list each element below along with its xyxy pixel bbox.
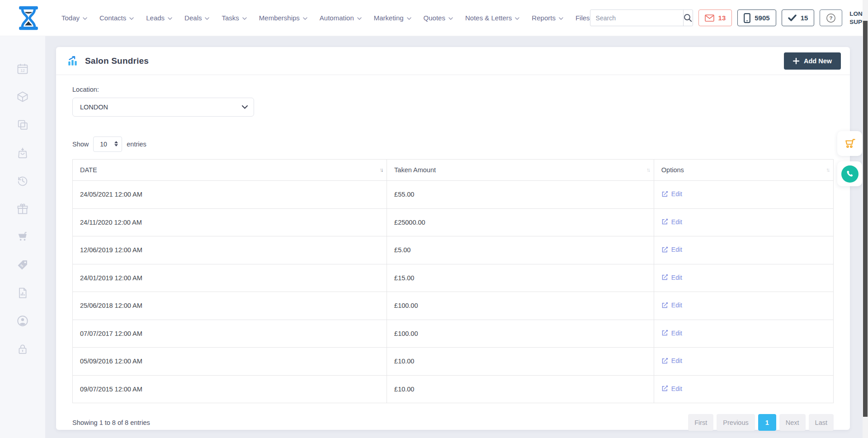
table-row: 07/07/2017 12:00 AM £100.00 Edit — [73, 320, 834, 348]
copy-icon[interactable] — [16, 118, 29, 131]
amount-cell: £100.00 — [387, 292, 654, 320]
calendar-icon[interactable]: 12 — [16, 62, 29, 75]
chevron-down-icon — [83, 17, 87, 20]
location-select[interactable]: LONDON — [72, 98, 254, 117]
nav-item-label: Reports — [532, 14, 556, 22]
edit-pencil-icon — [661, 246, 668, 253]
edit-link[interactable]: Edit — [661, 301, 682, 309]
edit-link[interactable]: Edit — [661, 385, 682, 392]
options-cell: Edit — [654, 264, 833, 292]
chevron-down-icon — [407, 17, 411, 20]
cart-icon[interactable] — [16, 231, 29, 243]
options-cell: Edit — [654, 320, 833, 348]
length-select-wrap: 10 — [93, 137, 122, 152]
phone-circle — [841, 165, 859, 183]
sort-icon: ↑↓ — [646, 167, 649, 173]
scrollbar-thumb[interactable] — [863, 21, 868, 417]
date-cell: 24/01/2019 12:00 AM — [73, 264, 387, 292]
edit-link[interactable]: Edit — [661, 357, 682, 364]
nav-item[interactable]: Marketing — [374, 14, 411, 22]
edit-link[interactable]: Edit — [661, 218, 682, 226]
nav-item[interactable]: Tasks — [222, 14, 246, 22]
entries-summary: Showing 1 to 8 of 8 entries — [72, 419, 150, 426]
search-box — [590, 9, 693, 26]
column-header-taken-amount[interactable]: Taken Amount ↑↓ — [387, 160, 654, 181]
floating-phone-button[interactable] — [837, 161, 862, 186]
amount-cell: £5.00 — [387, 236, 654, 264]
check-icon — [788, 14, 797, 21]
nav-item[interactable]: Notes & Letters — [465, 14, 519, 22]
stats-chart-icon — [67, 55, 79, 67]
nav-item[interactable]: Memberships — [259, 14, 307, 22]
report-icon[interactable] — [16, 287, 29, 299]
amount-cell: £15.00 — [387, 264, 654, 292]
gift-icon[interactable] — [16, 203, 29, 215]
nav-item[interactable]: Files — [576, 14, 590, 22]
edit-link[interactable]: Edit — [661, 330, 682, 337]
scrollbar-track — [863, 0, 868, 438]
cube-icon[interactable] — [16, 90, 29, 103]
page-button[interactable]: 1 — [758, 414, 776, 431]
search-input[interactable] — [590, 10, 683, 26]
column-header-date[interactable]: DATE ↑↓ — [73, 160, 387, 181]
options-cell: Edit — [654, 181, 833, 209]
chevron-down-icon — [448, 17, 453, 20]
add-new-button[interactable]: Add New — [784, 52, 841, 70]
nav-item[interactable]: Automation — [320, 14, 362, 22]
edit-link[interactable]: Edit — [661, 190, 682, 198]
help-icon: ? — [826, 13, 836, 23]
add-new-label: Add New — [804, 57, 832, 65]
messages-count: 13 — [718, 14, 726, 22]
messages-badge[interactable]: 13 — [698, 9, 732, 26]
bag-icon[interactable] — [16, 146, 29, 159]
date-cell: 25/06/2018 12:00 AM — [73, 292, 387, 320]
sort-icon: ↑↓ — [826, 167, 829, 173]
help-button[interactable]: ? — [820, 9, 842, 26]
phone-count: 5905 — [755, 14, 769, 22]
hourglass-logo[interactable] — [15, 5, 42, 31]
nav-item-label: Today — [61, 14, 80, 22]
edit-label: Edit — [671, 385, 682, 392]
nav-item[interactable]: Contacts — [99, 14, 134, 22]
nav-item[interactable]: Deals — [184, 14, 209, 22]
nav-item[interactable]: Quotes — [424, 14, 453, 22]
price-tag-icon[interactable]: $ — [16, 259, 29, 271]
tasks-badge[interactable]: 15 — [782, 9, 815, 26]
search-button[interactable] — [683, 10, 693, 26]
page-button[interactable]: Next — [779, 414, 806, 431]
phone-badge[interactable]: 5905 — [737, 9, 776, 26]
date-cell: 05/09/2016 12:00 AM — [73, 348, 387, 376]
amount-cell: £10.00 — [387, 375, 654, 403]
amount-cell: £25000.00 — [387, 208, 654, 236]
page-button[interactable]: Last — [809, 414, 834, 431]
nav-item-label: Contacts — [99, 14, 126, 22]
nav-item-label: Leads — [146, 14, 165, 22]
table-row: 24/11/2020 12:00 AM £25000.00 Edit — [73, 208, 834, 236]
column-header-options[interactable]: Options ↑↓ — [654, 160, 833, 181]
amount-cell: £100.00 — [387, 320, 654, 348]
table-row: 24/01/2019 12:00 AM £15.00 Edit — [73, 264, 834, 292]
pagination: First Previous 1 Next Last — [688, 414, 834, 431]
plus-icon — [793, 58, 799, 64]
page-button[interactable]: First — [688, 414, 713, 431]
chevron-down-icon — [559, 17, 563, 20]
user-circle-icon[interactable] — [16, 315, 29, 327]
table-row: 05/09/2016 12:00 AM £10.00 Edit — [73, 348, 834, 376]
nav-item[interactable]: Reports — [532, 14, 563, 22]
nav-item[interactable]: Leads — [146, 14, 172, 22]
history-icon[interactable] — [16, 174, 29, 187]
sidebar: 12 $ — [0, 36, 45, 438]
edit-pencil-icon — [661, 191, 668, 198]
date-cell: 12/06/2019 12:00 AM — [73, 236, 387, 264]
edit-pencil-icon — [661, 274, 668, 281]
floating-cart-button[interactable] — [837, 131, 862, 156]
lock-icon[interactable] — [16, 343, 29, 355]
edit-link[interactable]: Edit — [661, 246, 682, 253]
nav-item-label: Quotes — [424, 14, 445, 22]
edit-link[interactable]: Edit — [661, 274, 682, 281]
nav-item[interactable]: Today — [61, 14, 87, 22]
page-length-select[interactable]: 10 — [93, 137, 122, 152]
mobile-icon — [744, 13, 750, 23]
page-button[interactable]: Previous — [717, 414, 755, 431]
sundries-table: DATE ↑↓ Taken Amount ↑↓ Options ↑↓ — [72, 159, 834, 403]
